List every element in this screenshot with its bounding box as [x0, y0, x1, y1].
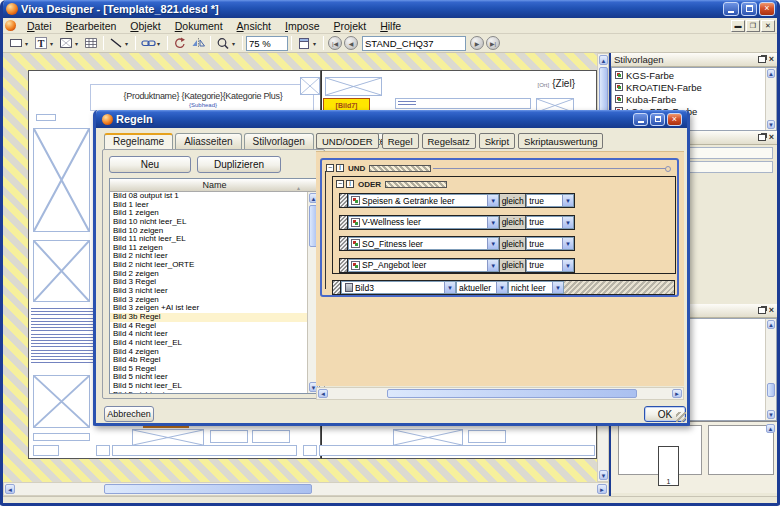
- condition-value-select[interactable]: nicht leer ▼: [508, 281, 564, 294]
- dialog-tab[interactable]: Regelname: [104, 133, 173, 149]
- dialog-close-button[interactable]: ×: [667, 113, 682, 126]
- menu-item[interactable]: Dokument: [168, 19, 230, 33]
- minimize-button[interactable]: [723, 2, 739, 16]
- rectangle-frame-tool[interactable]: [7, 35, 25, 51]
- condition-field-select[interactable]: V-Wellness leer ▼: [348, 216, 499, 229]
- info-icon[interactable]: i: [346, 180, 354, 188]
- menu-item[interactable]: Bearbeiten: [59, 19, 124, 33]
- drag-handle-strip[interactable]: [385, 181, 447, 188]
- link-tool-dropdown[interactable]: ▾: [157, 35, 164, 51]
- menu-item[interactable]: Impose: [278, 19, 326, 33]
- chevron-down-icon[interactable]: ▼: [562, 217, 573, 228]
- style-sheet-item[interactable]: KROATIEN-Farbe: [612, 81, 764, 93]
- scroll-right-icon[interactable]: ►: [597, 484, 607, 494]
- chevron-down-icon[interactable]: ▼: [496, 282, 507, 293]
- document-horizontal-scrollbar[interactable]: ◄ ►: [3, 482, 609, 496]
- image-frame-tool[interactable]: [57, 35, 75, 51]
- link-tool[interactable]: [139, 35, 157, 51]
- dialog-tab[interactable]: Stilvorlagen: [244, 133, 314, 149]
- scrollbar-thumb[interactable]: [767, 383, 775, 397]
- rule-toolbar-button[interactable]: Regelsatz: [422, 133, 476, 149]
- scroll-down-icon[interactable]: ▼: [767, 120, 775, 129]
- rule-list-row[interactable]: Bild 5 nicht zeigen: [110, 391, 307, 393]
- close-panel-icon[interactable]: ×: [769, 56, 774, 63]
- panel-scrollbar[interactable]: ▲ ▼: [765, 68, 776, 130]
- style-sheet-item[interactable]: Kuba-Farbe: [612, 93, 764, 105]
- zoom-tool-dropdown[interactable]: ▾: [232, 35, 239, 51]
- cancel-button[interactable]: Abbrechen: [104, 406, 154, 422]
- float-panel-icon[interactable]: [758, 134, 766, 141]
- scrollbar-thumb[interactable]: [387, 389, 637, 398]
- condition-value-select[interactable]: true ▼: [526, 216, 574, 229]
- dialog-tab[interactable]: Aliasseiten: [175, 133, 241, 149]
- condition-value-select[interactable]: true ▼: [526, 237, 574, 250]
- chevron-down-icon[interactable]: ▼: [487, 195, 498, 206]
- float-panel-icon[interactable]: [758, 56, 766, 63]
- menu-item[interactable]: Hilfe: [373, 19, 408, 33]
- title-bar[interactable]: Viva Designer - [Template_821.desd *] ×: [0, 0, 780, 18]
- drag-handle-strip[interactable]: [369, 165, 431, 172]
- collapse-icon[interactable]: −: [336, 180, 344, 188]
- condition-value-select[interactable]: true ▼: [526, 194, 574, 207]
- scroll-up-icon[interactable]: ▲: [599, 55, 608, 65]
- rotate-tool[interactable]: [171, 35, 189, 51]
- close-panel-icon[interactable]: ×: [769, 307, 774, 314]
- scroll-right-icon[interactable]: ►: [672, 389, 682, 398]
- drag-handle[interactable]: [333, 281, 341, 294]
- mdi-restore-button[interactable]: ❐: [746, 20, 760, 32]
- menu-item[interactable]: Objekt: [123, 19, 167, 33]
- chevron-down-icon[interactable]: ▼: [487, 238, 498, 249]
- dialog-maximize-button[interactable]: [650, 113, 665, 126]
- drag-handle[interactable]: [340, 216, 348, 229]
- previous-page-button[interactable]: ◀: [344, 36, 358, 50]
- scroll-down-icon[interactable]: ▼: [599, 470, 608, 480]
- page-layout-button[interactable]: [295, 35, 313, 51]
- dialog-title-bar[interactable]: Regeln ×: [96, 110, 687, 128]
- scroll-up-icon[interactable]: ▲: [767, 69, 775, 78]
- last-page-button[interactable]: ▶|: [486, 36, 500, 50]
- scroll-up-icon[interactable]: ▲: [767, 320, 775, 329]
- chevron-down-icon[interactable]: ▼: [562, 260, 573, 271]
- close-button[interactable]: ×: [759, 2, 775, 16]
- scroll-down-icon[interactable]: ▼: [767, 410, 775, 419]
- close-panel-icon[interactable]: ×: [769, 134, 774, 141]
- rule-toolbar-button[interactable]: UND/ODER: [316, 133, 379, 149]
- condition-value-select[interactable]: true ▼: [526, 259, 574, 272]
- rectangle-tool-dropdown[interactable]: ▾: [25, 35, 32, 51]
- condition-mode-select[interactable]: aktueller ▼: [456, 281, 508, 294]
- list-column-header[interactable]: Name ▲: [110, 179, 319, 192]
- line-tool[interactable]: [107, 35, 125, 51]
- chevron-down-icon[interactable]: ▼: [487, 217, 498, 228]
- mirror-tool[interactable]: [189, 35, 207, 51]
- new-rule-button[interactable]: Neu: [109, 156, 191, 173]
- table-tool[interactable]: [82, 35, 100, 51]
- scroll-left-icon[interactable]: ◄: [318, 389, 328, 398]
- menu-item[interactable]: Projekt: [326, 19, 373, 33]
- next-page-button[interactable]: ▶: [470, 36, 484, 50]
- dialog-minimize-button[interactable]: [633, 113, 648, 126]
- style-sheet-item[interactable]: KGS-Farbe: [612, 69, 764, 81]
- info-icon[interactable]: i: [336, 164, 344, 172]
- rule-toolbar-button[interactable]: Skriptauswertung: [518, 133, 603, 149]
- condition-field-select[interactable]: Bild3 ▼: [341, 281, 456, 294]
- condition-field-select[interactable]: SO_Fitness leer ▼: [348, 237, 499, 250]
- text-frame-tool[interactable]: T: [32, 35, 50, 51]
- zoom-tool[interactable]: [214, 35, 232, 51]
- menu-item[interactable]: Ansicht: [230, 19, 278, 33]
- rule-toolbar-button[interactable]: Regel: [382, 133, 419, 149]
- first-page-button[interactable]: |◀: [328, 36, 342, 50]
- drag-handle[interactable]: [340, 194, 348, 207]
- page-layout-dropdown[interactable]: ▾: [313, 35, 320, 51]
- scroll-left-icon[interactable]: ◄: [5, 484, 15, 494]
- page-thumbnail[interactable]: [708, 425, 774, 475]
- chevron-down-icon[interactable]: ▼: [562, 238, 573, 249]
- rule-toolbar-button[interactable]: Skript: [479, 133, 515, 149]
- float-panel-icon[interactable]: [758, 307, 766, 314]
- panel-stilvorlagen-header[interactable]: Stilvorlagen ×: [611, 53, 777, 67]
- chevron-down-icon[interactable]: ▼: [444, 282, 455, 293]
- menu-item[interactable]: Datei: [20, 19, 59, 33]
- mdi-close-button[interactable]: ✕: [761, 20, 775, 32]
- resize-grip[interactable]: [676, 412, 686, 422]
- scrollbar-thumb[interactable]: [104, 484, 312, 494]
- line-tool-dropdown[interactable]: ▾: [125, 35, 132, 51]
